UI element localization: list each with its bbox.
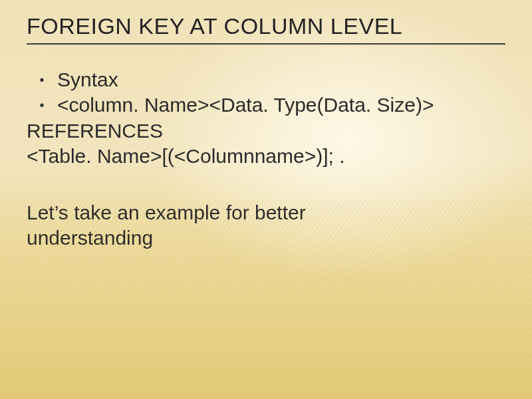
continuation-line: REFERENCES (27, 118, 505, 144)
closing-line: Let’s take an example for better (27, 200, 505, 225)
bullet-item: • <column. Name><Data. Type(Data. Size)> (27, 92, 505, 118)
bullet-item: • Syntax (27, 67, 505, 92)
title-underline (27, 43, 505, 45)
continuation-line: <Table. Name>[(<Columnname>)]; . (27, 144, 505, 169)
slide-title: FOREIGN KEY AT COLUMN LEVEL (27, 13, 505, 39)
closing-line: understanding (27, 225, 505, 251)
bullet-text: <column. Name><Data. Type(Data. Size)> (57, 92, 505, 118)
slide-body: • Syntax • <column. Name><Data. Type(Dat… (27, 67, 505, 251)
slide: FOREIGN KEY AT COLUMN LEVEL • Syntax • <… (0, 0, 532, 399)
bullet-dot-icon: • (27, 67, 57, 92)
bullet-dot-icon: • (27, 92, 57, 118)
bullet-text: Syntax (57, 67, 505, 92)
